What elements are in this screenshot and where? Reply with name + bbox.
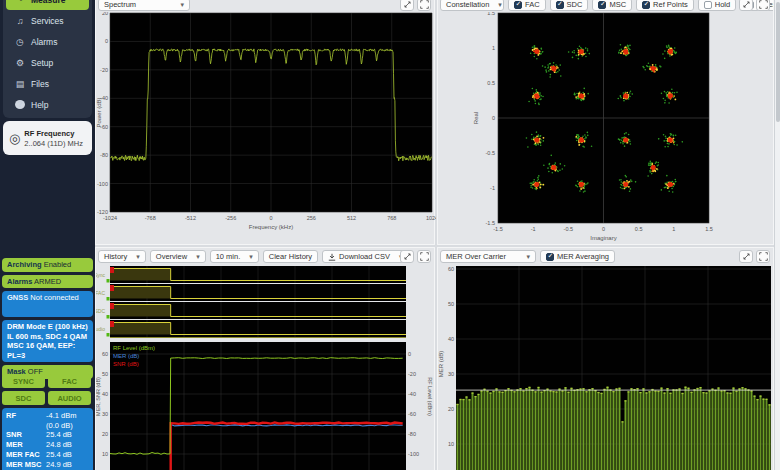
archiving-badge: Archiving Enabled — [2, 258, 93, 272]
badge-label: GNSS — [7, 293, 28, 302]
mer-averaging-checkbox[interactable] — [546, 253, 554, 261]
measurement-label: SNR — [2, 430, 46, 440]
measurement-label: MER FAC — [2, 450, 46, 460]
mer-averaging-checkbox-button[interactable]: MER Averaging — [540, 250, 615, 263]
measurement-row: MER 24.8 dB — [2, 440, 93, 450]
alarms-badge: Alarms ARMED — [2, 275, 93, 289]
svg-text:Sync: Sync — [96, 272, 105, 278]
overview-select[interactable]: Overview — [150, 250, 206, 263]
constellation-chart: -1.5-1-0.500.511.51.510.50-0.5-1-1.5Imag… — [438, 12, 775, 245]
svg-text:RF Level (dBm): RF Level (dBm) — [113, 345, 155, 351]
history-view-select[interactable]: History — [98, 250, 146, 263]
drm-line: IL 600 ms, SDC 4 QAM — [7, 332, 88, 342]
mer-chart-body: 605040302010MER (dB) — [438, 264, 773, 470]
fullscreen-icon[interactable] — [417, 0, 431, 11]
mer-view-select[interactable]: MER Over Carrier — [440, 250, 536, 263]
gear-icon: ⚙ — [15, 58, 25, 68]
sdc-checkbox[interactable] — [556, 1, 564, 9]
svg-text:-1: -1 — [531, 226, 536, 232]
download-icon — [328, 253, 336, 261]
svg-text:1: 1 — [672, 226, 675, 232]
svg-text:10: 10 — [102, 451, 108, 457]
measurement-value: 25.4 dB — [46, 430, 93, 440]
measurement-value: (0.0 dB) — [46, 421, 93, 431]
button-label: Download CSV — [339, 252, 390, 261]
expand-icon[interactable] — [400, 250, 414, 263]
scrollbar[interactable] — [774, 0, 780, 470]
sidebar-item-label: Files — [31, 79, 49, 89]
fac-checkbox[interactable] — [514, 1, 522, 9]
svg-text:Frequency (kHz): Frequency (kHz) — [249, 224, 293, 230]
fullscreen-icon[interactable] — [756, 0, 770, 11]
history-toolbar: History Overview 10 min. Clear History D… — [96, 248, 434, 264]
svg-text:20: 20 — [102, 12, 108, 16]
expand-icon[interactable] — [739, 250, 753, 263]
measurement-row: MER MSC 24.9 dB — [2, 460, 93, 470]
svg-text:0.5: 0.5 — [635, 226, 643, 232]
msc-checkbox[interactable] — [598, 1, 606, 9]
rf-frequency-title: RF Frequency — [24, 129, 83, 138]
measurement-value: -4.1 dBm — [46, 411, 93, 421]
hold-checkbox-button[interactable]: Hold — [698, 0, 736, 11]
mer-over-carrier-chart: 605040302010MER (dB) — [438, 264, 775, 470]
sidebar-item-help[interactable]: ? Help — [6, 94, 89, 115]
time-range-select[interactable]: 10 min. — [210, 250, 259, 263]
gauge-icon: ◔ — [15, 0, 25, 5]
file-icon: ▤ — [15, 79, 25, 89]
sidebar-item-files[interactable]: ▤ Files — [6, 73, 89, 94]
clear-history-button[interactable]: Clear History — [263, 250, 318, 263]
expand-icon[interactable] — [739, 0, 753, 11]
measurement-label: RF — [2, 411, 46, 421]
measurement-row: SNR 25.4 dB — [2, 430, 93, 440]
history-chart: SyncFACSDCAudio6050403020100-20-40-60-80… — [96, 264, 436, 470]
mer-toolbar: MER Over Carrier MER Averaging — [438, 248, 773, 264]
sidebar-item-measure[interactable]: ◔ Measure — [6, 0, 89, 10]
sdc-checkbox-button[interactable]: SDC — [550, 0, 589, 11]
svg-text:-20: -20 — [408, 371, 416, 377]
svg-text:1024: 1024 — [426, 215, 436, 221]
svg-text:FAC: FAC — [96, 290, 105, 296]
ref-points-checkbox-button[interactable]: Ref Points — [636, 0, 694, 11]
fullscreen-icon[interactable] — [756, 250, 770, 263]
drm-mode-badge: DRM Mode E (100 kHz) IL 600 ms, SDC 4 QA… — [2, 320, 93, 362]
svg-text:-512: -512 — [185, 215, 196, 221]
sidebar-item-alarms[interactable]: ◷ Alarms — [6, 31, 89, 52]
checkbox-label: MSC — [609, 0, 626, 9]
svg-text:-256: -256 — [225, 215, 236, 221]
svg-text:60: 60 — [448, 266, 454, 272]
svg-text:-60: -60 — [408, 411, 416, 417]
audio-button[interactable]: AUDIO — [48, 391, 91, 405]
sidebar-item-services[interactable]: ♫ Services — [6, 10, 89, 31]
gnss-badge: GNSS Not connected — [2, 291, 93, 317]
music-note-icon: ♫ — [15, 16, 25, 26]
fullscreen-icon[interactable] — [417, 250, 431, 263]
svg-text:-100: -100 — [97, 181, 108, 187]
hold-checkbox[interactable] — [704, 1, 712, 9]
svg-text:20: 20 — [102, 431, 108, 437]
scrollbar-thumb[interactable] — [776, 2, 780, 122]
spectrum-view-select[interactable]: Spectrum — [98, 0, 190, 11]
svg-text:1.5: 1.5 — [487, 12, 495, 16]
svg-text:256: 256 — [307, 215, 316, 221]
sidebar-item-setup[interactable]: ⚙ Setup — [6, 52, 89, 73]
constellation-view-select[interactable]: Constellation — [440, 0, 504, 11]
select-value: MER Over Carrier — [446, 252, 506, 261]
spectrum-chart: 200-20-40-60-80-100-120-1024-768-512-256… — [96, 12, 436, 245]
msc-checkbox-button[interactable]: MSC — [592, 0, 632, 11]
sidebar-item-label: Setup — [31, 58, 53, 68]
sdc-button[interactable]: SDC — [2, 391, 45, 405]
ref-points-checkbox[interactable] — [642, 1, 650, 9]
svg-text:Power (dB): Power (dB) — [96, 97, 102, 127]
fac-checkbox-button[interactable]: FAC — [508, 0, 546, 11]
download-csv-button[interactable]: Download CSV — [322, 250, 408, 263]
rf-frequency-card[interactable]: ◎ RF Frequency 2..064 (11D) MHz — [3, 121, 92, 155]
svg-text:10: 10 — [448, 441, 454, 447]
svg-text:-20: -20 — [100, 67, 108, 73]
spectrum-chart-body: 200-20-40-60-80-100-120-1024-768-512-256… — [96, 12, 434, 244]
sync-button[interactable]: SYNC — [2, 374, 45, 388]
drm-line: MSC 16 QAM, EEP: PL=3 — [7, 341, 88, 360]
expand-icon[interactable] — [400, 0, 414, 11]
svg-text:-100: -100 — [408, 451, 419, 457]
target-icon: ◎ — [9, 131, 20, 146]
fac-button[interactable]: FAC — [48, 374, 91, 388]
